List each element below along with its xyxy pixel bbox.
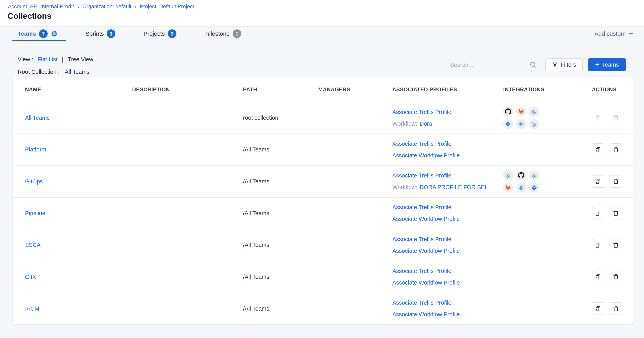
flat-list-link[interactable]: Flat List (38, 56, 58, 63)
associate-workflow-line: Associate Workflow Profile (392, 311, 503, 318)
trash-icon (612, 210, 620, 217)
add-teams-button[interactable]: + Teams (588, 58, 626, 71)
path-cell: /All Teams (243, 146, 318, 153)
associated-profiles-cell: Associate Trellis ProfileAssociate Workf… (392, 236, 503, 254)
search-input[interactable] (450, 62, 530, 68)
page-title: Collections (8, 12, 52, 21)
associate-trellis-profile-link[interactable]: Associate Trellis Profile (392, 109, 503, 115)
associated-profiles-cell: Associate Trellis ProfileAssociate Workf… (392, 268, 503, 286)
funnel-icon (552, 62, 558, 68)
clone-collection-button[interactable] (592, 271, 604, 283)
associate-workflow-line: Associate Workflow Profile (392, 216, 503, 222)
tree-view-link[interactable]: Tree View (68, 56, 93, 63)
associate-trellis-profile-link[interactable]: Associate Trellis Profile (392, 299, 503, 306)
lattice-icon (518, 185, 524, 191)
collection-name-cell: Platform (25, 146, 132, 153)
search-icon[interactable] (530, 61, 537, 69)
sonarqube-icon (531, 121, 537, 127)
gear-icon[interactable]: ⚙ (51, 30, 58, 38)
page-header: Account: SEI-Internal-Prod2 › Organizati… (0, 0, 644, 27)
trash-icon (612, 242, 620, 249)
tabs-bar: Teams 7 ⚙ Sprints 1 Projects 3 milestone… (0, 27, 644, 41)
associate-trellis-profile-link[interactable]: Associate Trellis Profile (392, 268, 503, 274)
column-header-description: DESCRIPTION (132, 87, 243, 93)
sonarqube-integration-badge (503, 171, 513, 180)
trash-icon (612, 146, 620, 153)
clone-collection-button[interactable] (592, 302, 604, 315)
actions-cell (592, 143, 633, 156)
associated-profiles-cell: Associate Trellis ProfileWorkflow:Dora (392, 109, 503, 127)
filters-label: Filters (561, 62, 576, 68)
delete-collection-button[interactable] (610, 271, 622, 283)
tab-teams-count-badge: 7 (39, 29, 48, 38)
actions-cell (592, 207, 633, 220)
actions-cell (592, 271, 633, 283)
collection-name-link[interactable]: Platform (25, 146, 46, 153)
filters-button[interactable]: Filters (545, 58, 583, 71)
delete-collection-button[interactable] (610, 175, 622, 188)
root-collection-row: Root Collection : All Teams (18, 69, 90, 75)
add-custom-button[interactable]: Add custom + (594, 30, 633, 37)
associate-workflow-profile-link[interactable]: Associate Workflow Profile (392, 248, 460, 254)
delete-collection-button[interactable] (610, 239, 622, 251)
trash-icon (612, 114, 620, 121)
associate-trellis-profile-link[interactable]: Associate Trellis Profile (392, 141, 503, 147)
associate-trellis-profile-link[interactable]: Associate Trellis Profile (392, 204, 503, 211)
associate-workflow-line: Associate Workflow Profile (392, 248, 503, 254)
tab-sprints[interactable]: Sprints 1 (86, 29, 116, 38)
gitlab-icon (518, 108, 524, 115)
collection-name-link[interactable]: SSCA (25, 242, 40, 248)
trash-icon (612, 178, 620, 185)
column-header-associated-profiles: ASSOCIATED PROFILES (392, 87, 503, 93)
view-label: View : (18, 56, 33, 63)
associate-workflow-profile-link[interactable]: Associate Workflow Profile (392, 279, 460, 286)
delete-collection-button[interactable] (610, 207, 622, 220)
tab-projects[interactable]: Projects 3 (143, 29, 176, 38)
copy-icon (594, 146, 602, 153)
column-header-actions: ACTIONS (592, 87, 633, 93)
clone-collection-button[interactable] (592, 207, 604, 220)
copy-icon (594, 114, 602, 121)
workflow-prefix-label: Workflow: (392, 184, 417, 190)
associate-workflow-profile-link[interactable]: Associate Workflow Profile (392, 311, 460, 317)
clone-collection-button[interactable] (592, 143, 604, 156)
breadcrumb-project-link[interactable]: Project: Default Project (140, 4, 194, 10)
associate-workflow-profile-link[interactable]: Associate Workflow Profile (392, 152, 460, 158)
trash-icon (612, 273, 620, 280)
root-collection-label: Root Collection : (18, 69, 60, 75)
table-body: All Teamsroot collectionAssociate Trelli… (12, 102, 633, 324)
collection-name-link[interactable]: All Teams (25, 115, 50, 121)
tab-milestone-label: milestone (204, 30, 230, 37)
associate-trellis-profile-link[interactable]: Associate Trellis Profile (392, 172, 503, 179)
github-integration-badge (503, 107, 513, 116)
jira-integration-badge (529, 183, 539, 193)
associated-profiles-cell: Associate Trellis ProfileAssociate Workf… (392, 299, 503, 318)
collection-name-link[interactable]: IACM (25, 305, 40, 312)
breadcrumb-organization-link[interactable]: Organization: default (82, 4, 131, 10)
workflow-profile-line: Workflow:Dora (392, 120, 503, 127)
column-header-managers: MANAGERS (318, 87, 392, 93)
clone-collection-button[interactable] (592, 175, 604, 188)
collection-name-link[interactable]: GitX (25, 274, 36, 280)
chevron-right-icon: › (134, 4, 136, 9)
tab-milestone[interactable]: milestone 1 (204, 29, 241, 38)
delete-collection-button[interactable] (610, 302, 622, 315)
column-header-integrations: INTEGRATIONS (503, 87, 592, 93)
collection-name-link[interactable]: Pipeline (25, 210, 45, 216)
associated-profiles-cell: Associate Trellis ProfileAssociate Workf… (392, 141, 503, 159)
table-row: Platform/All TeamsAssociate Trellis Prof… (12, 134, 633, 166)
add-custom-label: Add custom (594, 30, 626, 37)
sonarqube-icon (505, 172, 511, 179)
associate-workflow-profile-link[interactable]: Associate Workflow Profile (392, 216, 460, 222)
divider (589, 30, 589, 37)
tab-teams[interactable]: Teams 7 ⚙ (18, 29, 58, 38)
associate-trellis-profile-link[interactable]: Associate Trellis Profile (392, 236, 503, 243)
workflow-profile-link[interactable]: Dora (420, 120, 432, 127)
clone-collection-button[interactable] (592, 239, 604, 251)
breadcrumb-account-link[interactable]: Account: SEI-Internal-Prod2 (8, 4, 74, 10)
collection-name-link[interactable]: GitOps (25, 178, 43, 185)
workflow-profile-link[interactable]: DORA PROFILE FOR SEI (420, 184, 486, 190)
delete-collection-button[interactable] (610, 143, 622, 156)
plus-icon: + (595, 61, 599, 68)
collection-name-cell: Pipeline (25, 210, 132, 217)
